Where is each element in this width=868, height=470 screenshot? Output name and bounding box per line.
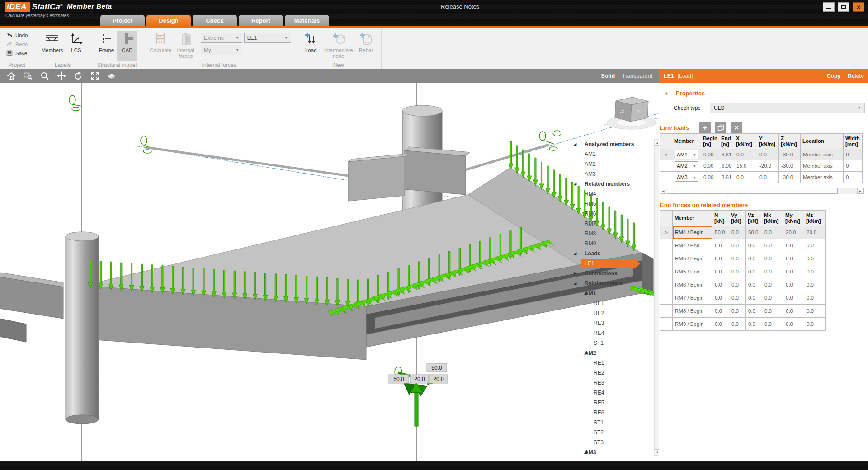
tree-item-re1[interactable]: RE1 <box>573 298 653 308</box>
check-type-dropdown[interactable]: ULS ▼ <box>710 103 865 113</box>
tree-scrollbar[interactable]: ▲ ▼ <box>654 139 659 456</box>
tab-project[interactable]: Project <box>100 15 145 26</box>
view-cube[interactable]: -X Y <box>604 97 658 129</box>
tab-materials[interactable]: Materials <box>285 15 329 26</box>
row-selector[interactable] <box>660 252 673 265</box>
zoom-window-button[interactable] <box>23 70 33 81</box>
value-cell[interactable]: 0.0 <box>734 149 757 160</box>
value-cell[interactable]: 20.0 <box>804 226 826 239</box>
value-cell[interactable]: 0.0 <box>783 305 804 318</box>
close-button[interactable]: × <box>853 2 864 12</box>
value-cell[interactable]: 0.0 <box>729 278 746 291</box>
tree-item-re5[interactable]: RE5 <box>573 398 653 408</box>
value-cell[interactable]: 0.0 <box>804 252 826 265</box>
row-selector[interactable] <box>660 318 673 331</box>
tree-item-connections[interactable]: ▶Connections <box>573 268 653 278</box>
value-cell[interactable]: 0.0 <box>804 265 826 278</box>
member-dropdown[interactable]: AM2▼ <box>675 161 698 170</box>
value-cell[interactable]: 0.0 <box>746 252 762 265</box>
value-cell[interactable]: -30.0 <box>779 160 801 172</box>
row-selector[interactable] <box>660 265 673 278</box>
value-cell[interactable]: 0.0 <box>712 318 729 331</box>
value-cell[interactable]: 0 <box>844 172 863 183</box>
tree-item-re2[interactable]: RE2 <box>573 308 653 318</box>
tree-item-reinforcement[interactable]: ◢Reinforcement <box>573 278 653 288</box>
home-button[interactable] <box>6 70 17 81</box>
members-button[interactable]: Members <box>39 31 66 61</box>
value-cell[interactable]: 0.0 <box>783 278 804 291</box>
tree-item-related-members[interactable]: ◢Related members <box>573 179 653 189</box>
value-cell[interactable]: 20.0 <box>783 226 804 239</box>
value-cell[interactable]: Member axis <box>801 149 844 160</box>
value-cell[interactable]: Member axis <box>801 160 844 172</box>
value-cell[interactable]: 0.0 <box>712 239 729 252</box>
value-cell[interactable]: -20.0 <box>757 160 779 172</box>
value-cell[interactable]: 0.0 <box>712 291 729 305</box>
value-cell[interactable]: 0.0 <box>762 226 783 239</box>
value-cell[interactable]: 0.00 <box>701 160 719 172</box>
value-cell[interactable]: 0.0 <box>712 265 729 278</box>
tree-item-re1[interactable]: RE1 <box>573 358 653 368</box>
member-dropdown[interactable]: AM1▼ <box>675 150 698 159</box>
tree-expanded-icon[interactable]: ◢ <box>574 251 576 255</box>
row-selector[interactable]: > <box>660 226 673 239</box>
value-cell[interactable]: 0.0 <box>783 239 804 252</box>
tree-item-am3[interactable]: AM3 <box>573 169 653 179</box>
tree-item-re3[interactable]: RE3 <box>573 378 653 388</box>
value-cell[interactable]: 0.0 <box>762 291 783 305</box>
value-cell[interactable]: 0.0 <box>729 265 746 278</box>
value-cell[interactable]: 0.0 <box>746 305 762 318</box>
solid-brick-button[interactable] <box>106 70 117 81</box>
value-cell[interactable]: 50.0 <box>746 226 762 239</box>
tree-expanded-icon[interactable]: ◢ <box>574 182 576 186</box>
value-cell[interactable]: 6.00 <box>719 160 734 172</box>
value-cell[interactable]: -30.0 <box>779 149 801 160</box>
delete-line-load-button[interactable]: × <box>731 122 742 133</box>
value-cell[interactable]: 15.0 <box>734 160 757 172</box>
tree-item-rm9[interactable]: RM9 <box>573 239 653 249</box>
value-cell[interactable]: Member axis <box>801 172 844 183</box>
tree-item-re4[interactable]: RE4 <box>573 328 653 338</box>
column-left[interactable] <box>66 236 99 419</box>
value-cell[interactable]: 0.0 <box>746 239 762 252</box>
fit-button[interactable] <box>90 70 100 81</box>
duplicate-line-load-button[interactable] <box>715 122 726 133</box>
tree-item-st3[interactable]: ST3 <box>573 437 653 447</box>
value-cell[interactable]: 0.0 <box>804 291 826 305</box>
row-selector[interactable] <box>660 160 672 172</box>
value-cell[interactable]: 0.0 <box>712 252 729 265</box>
value-cell[interactable]: 0.0 <box>757 149 779 160</box>
value-cell[interactable]: 0.0 <box>729 239 746 252</box>
maximize-button[interactable] <box>838 2 849 12</box>
value-cell[interactable]: 50.0 <box>712 226 729 239</box>
value-cell[interactable]: 0.0 <box>712 278 729 291</box>
cad-button[interactable]: CAD <box>117 31 137 61</box>
3d-viewport[interactable]: 50.0 50.0 20.0 20.0 <box>0 83 659 461</box>
value-cell[interactable]: 0.0 <box>762 252 783 265</box>
row-selector[interactable] <box>660 291 673 305</box>
copy-button[interactable]: Copy <box>827 73 840 79</box>
value-cell[interactable]: 0.0 <box>804 318 826 331</box>
tree-item-re3[interactable]: RE3 <box>573 318 653 328</box>
value-cell[interactable]: 0.0 <box>757 172 779 183</box>
row-selector[interactable] <box>660 172 672 183</box>
tree-item-rm6[interactable]: RM6 <box>573 209 653 219</box>
tree-item-am1[interactable]: ◢AM1 <box>573 288 653 298</box>
rotate-button[interactable] <box>73 70 84 81</box>
value-cell[interactable]: 0.0 <box>783 265 804 278</box>
tree-expanded-icon[interactable]: ◢ <box>574 142 576 146</box>
release-notes-link[interactable]: Release Notes <box>441 3 479 10</box>
value-cell[interactable]: 0.0 <box>804 239 826 252</box>
value-cell[interactable]: 0.0 <box>762 305 783 318</box>
zoom-button[interactable] <box>39 70 50 81</box>
transparent-view-toggle[interactable]: Transparent <box>622 73 652 79</box>
value-cell[interactable]: 0.0 <box>734 172 757 183</box>
corbel-left[interactable] <box>348 156 405 201</box>
value-cell[interactable]: 0 <box>844 160 863 172</box>
le1-dropdown[interactable]: LE1▼ <box>244 33 291 43</box>
row-selector[interactable] <box>660 239 673 252</box>
value-cell[interactable]: 0.0 <box>729 252 746 265</box>
tree-item-am3[interactable]: ◢AM3 <box>573 447 653 457</box>
value-cell[interactable]: 0.0 <box>762 278 783 291</box>
tree-item-st2[interactable]: ST2 <box>573 428 653 437</box>
